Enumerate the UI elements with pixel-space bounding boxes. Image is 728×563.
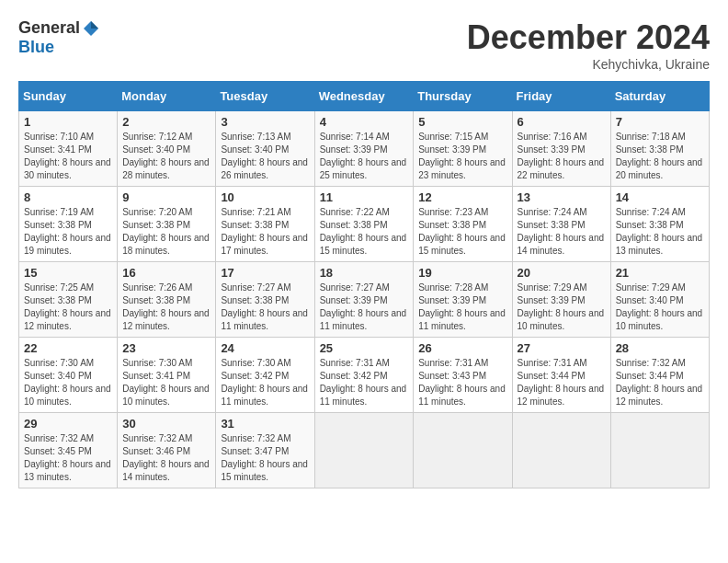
calendar-cell: 7Sunrise: 7:18 AM Sunset: 3:38 PM Daylig… [610, 111, 709, 187]
day-info: Sunrise: 7:30 AM Sunset: 3:41 PM Dayligh… [122, 357, 210, 408]
day-info: Sunrise: 7:28 AM Sunset: 3:39 PM Dayligh… [418, 282, 506, 333]
day-info: Sunrise: 7:19 AM Sunset: 3:38 PM Dayligh… [24, 206, 112, 258]
calendar-day-header: Friday [512, 82, 610, 111]
day-info: Sunrise: 7:22 AM Sunset: 3:38 PM Dayligh… [320, 206, 409, 258]
calendar-cell: 10Sunrise: 7:21 AM Sunset: 3:38 PM Dayli… [216, 187, 314, 262]
day-number: 29 [24, 417, 112, 431]
calendar-cell [414, 413, 512, 488]
location-subtitle: Kehychivka, Ukraine [467, 57, 710, 72]
calendar-row: 1Sunrise: 7:10 AM Sunset: 3:41 PM Daylig… [19, 111, 710, 187]
day-number: 31 [221, 417, 309, 431]
calendar-day-header: Wednesday [314, 82, 414, 111]
calendar-cell: 24Sunrise: 7:30 AM Sunset: 3:42 PM Dayli… [216, 338, 314, 413]
calendar-cell: 2Sunrise: 7:12 AM Sunset: 3:40 PM Daylig… [118, 111, 216, 187]
calendar-table: SundayMondayTuesdayWednesdayThursdayFrid… [18, 81, 710, 488]
title-section: December 2024 Kehychivka, Ukraine [467, 18, 710, 72]
day-number: 8 [24, 190, 112, 204]
calendar-cell: 15Sunrise: 7:25 AM Sunset: 3:38 PM Dayli… [19, 262, 118, 338]
calendar-cell: 11Sunrise: 7:22 AM Sunset: 3:38 PM Dayli… [314, 187, 414, 262]
calendar-row: 8Sunrise: 7:19 AM Sunset: 3:38 PM Daylig… [19, 187, 710, 262]
calendar-cell: 6Sunrise: 7:16 AM Sunset: 3:39 PM Daylig… [512, 111, 610, 187]
day-number: 1 [24, 115, 112, 129]
month-title: December 2024 [467, 18, 710, 57]
day-info: Sunrise: 7:32 AM Sunset: 3:46 PM Dayligh… [122, 432, 210, 484]
day-number: 4 [320, 115, 409, 129]
logo-general-text: General [18, 18, 80, 38]
calendar-day-header: Thursday [414, 82, 512, 111]
day-number: 18 [320, 266, 409, 280]
logo-blue-text: Blue [18, 38, 54, 57]
day-number: 26 [418, 341, 506, 355]
calendar-cell: 5Sunrise: 7:15 AM Sunset: 3:39 PM Daylig… [414, 111, 512, 187]
calendar-day-header: Tuesday [216, 82, 314, 111]
calendar-row: 15Sunrise: 7:25 AM Sunset: 3:38 PM Dayli… [19, 262, 710, 338]
day-number: 20 [518, 266, 606, 280]
calendar-cell: 1Sunrise: 7:10 AM Sunset: 3:41 PM Daylig… [19, 111, 118, 187]
calendar-cell: 12Sunrise: 7:23 AM Sunset: 3:38 PM Dayli… [414, 187, 512, 262]
calendar-cell: 23Sunrise: 7:30 AM Sunset: 3:41 PM Dayli… [118, 338, 216, 413]
calendar-cell [512, 413, 610, 488]
calendar-day-header: Sunday [19, 82, 118, 111]
calendar-row: 22Sunrise: 7:30 AM Sunset: 3:40 PM Dayli… [19, 338, 710, 413]
calendar-cell: 29Sunrise: 7:32 AM Sunset: 3:45 PM Dayli… [19, 413, 118, 488]
day-number: 24 [221, 341, 309, 355]
day-number: 21 [616, 266, 704, 280]
day-number: 6 [518, 115, 606, 129]
calendar-cell [610, 413, 709, 488]
calendar-cell: 8Sunrise: 7:19 AM Sunset: 3:38 PM Daylig… [19, 187, 118, 262]
day-info: Sunrise: 7:27 AM Sunset: 3:39 PM Dayligh… [320, 282, 409, 333]
calendar-cell: 27Sunrise: 7:31 AM Sunset: 3:44 PM Dayli… [512, 338, 610, 413]
day-number: 23 [122, 341, 210, 355]
day-info: Sunrise: 7:15 AM Sunset: 3:39 PM Dayligh… [418, 131, 506, 182]
day-number: 13 [518, 190, 606, 204]
calendar-row: 29Sunrise: 7:32 AM Sunset: 3:45 PM Dayli… [19, 413, 710, 488]
calendar-cell: 3Sunrise: 7:13 AM Sunset: 3:40 PM Daylig… [216, 111, 314, 187]
day-info: Sunrise: 7:10 AM Sunset: 3:41 PM Dayligh… [24, 131, 112, 182]
day-number: 5 [418, 115, 506, 129]
calendar-cell: 28Sunrise: 7:32 AM Sunset: 3:44 PM Dayli… [610, 338, 709, 413]
day-info: Sunrise: 7:21 AM Sunset: 3:38 PM Dayligh… [221, 206, 309, 258]
calendar-cell: 26Sunrise: 7:31 AM Sunset: 3:43 PM Dayli… [414, 338, 512, 413]
calendar-day-header: Monday [118, 82, 216, 111]
calendar-cell: 25Sunrise: 7:31 AM Sunset: 3:42 PM Dayli… [314, 338, 414, 413]
day-number: 19 [418, 266, 506, 280]
day-number: 15 [24, 266, 112, 280]
day-number: 28 [616, 341, 704, 355]
calendar-cell: 31Sunrise: 7:32 AM Sunset: 3:47 PM Dayli… [216, 413, 314, 488]
calendar-cell: 22Sunrise: 7:30 AM Sunset: 3:40 PM Dayli… [19, 338, 118, 413]
calendar-cell: 17Sunrise: 7:27 AM Sunset: 3:38 PM Dayli… [216, 262, 314, 338]
day-info: Sunrise: 7:32 AM Sunset: 3:44 PM Dayligh… [616, 357, 704, 408]
calendar-cell [314, 413, 414, 488]
day-number: 25 [320, 341, 409, 355]
calendar-cell: 21Sunrise: 7:29 AM Sunset: 3:40 PM Dayli… [610, 262, 709, 338]
day-number: 2 [122, 115, 210, 129]
calendar-cell: 18Sunrise: 7:27 AM Sunset: 3:39 PM Dayli… [314, 262, 414, 338]
day-number: 7 [616, 115, 704, 129]
day-number: 14 [616, 190, 704, 204]
day-info: Sunrise: 7:31 AM Sunset: 3:43 PM Dayligh… [418, 357, 506, 408]
day-info: Sunrise: 7:32 AM Sunset: 3:45 PM Dayligh… [24, 432, 112, 484]
calendar-day-header: Saturday [610, 82, 709, 111]
page-container: General Blue December 2024 Kehychivka, U… [18, 18, 710, 488]
day-number: 11 [320, 190, 409, 204]
calendar-header-row: SundayMondayTuesdayWednesdayThursdayFrid… [19, 82, 710, 111]
day-info: Sunrise: 7:16 AM Sunset: 3:39 PM Dayligh… [518, 131, 606, 182]
day-info: Sunrise: 7:14 AM Sunset: 3:39 PM Dayligh… [320, 131, 409, 182]
logo-icon [82, 19, 100, 38]
calendar-cell: 13Sunrise: 7:24 AM Sunset: 3:38 PM Dayli… [512, 187, 610, 262]
calendar-cell: 20Sunrise: 7:29 AM Sunset: 3:39 PM Dayli… [512, 262, 610, 338]
day-info: Sunrise: 7:32 AM Sunset: 3:47 PM Dayligh… [221, 432, 309, 484]
calendar-cell: 19Sunrise: 7:28 AM Sunset: 3:39 PM Dayli… [414, 262, 512, 338]
day-info: Sunrise: 7:25 AM Sunset: 3:38 PM Dayligh… [24, 282, 112, 333]
day-info: Sunrise: 7:31 AM Sunset: 3:42 PM Dayligh… [320, 357, 409, 408]
day-info: Sunrise: 7:30 AM Sunset: 3:42 PM Dayligh… [221, 357, 309, 408]
day-number: 12 [418, 190, 506, 204]
day-info: Sunrise: 7:23 AM Sunset: 3:38 PM Dayligh… [418, 206, 506, 258]
calendar-cell: 9Sunrise: 7:20 AM Sunset: 3:38 PM Daylig… [118, 187, 216, 262]
day-number: 17 [221, 266, 309, 280]
calendar-cell: 16Sunrise: 7:26 AM Sunset: 3:38 PM Dayli… [118, 262, 216, 338]
day-info: Sunrise: 7:26 AM Sunset: 3:38 PM Dayligh… [122, 282, 210, 333]
day-number: 27 [518, 341, 606, 355]
day-number: 10 [221, 190, 309, 204]
day-number: 30 [122, 417, 210, 431]
